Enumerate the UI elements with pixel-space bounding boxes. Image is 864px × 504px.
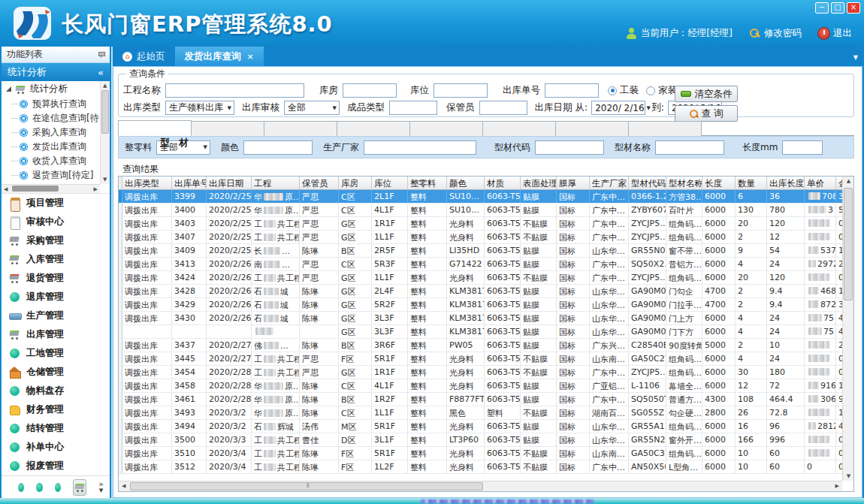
tab-home[interactable]: ⌂ 起始页 [113, 47, 175, 66]
sidebar-module[interactable]: 出库管理 [2, 325, 110, 344]
outbound-audit-select[interactable]: 全部▼ [284, 101, 340, 115]
table-row[interactable]: 调拨出库34372020/2/27佛…陈琳B区3R6F整料PW056063-T5… [119, 339, 842, 352]
material-tab[interactable]: 单体型材 [555, 121, 629, 136]
column-header[interactable]: 整零料 [408, 177, 447, 189]
sidebar-module[interactable]: 物料盘存 [2, 382, 110, 400]
scroll-down-icon[interactable]: ▼ [103, 177, 107, 183]
grid-horizontal-scrollbar[interactable]: ◀ ▶ [119, 481, 842, 491]
toolbar-dot-icon[interactable] [36, 483, 42, 492]
logout-button[interactable]: 退出 [818, 27, 852, 40]
tree-horizontal-scrollbar[interactable]: ◀ ▶ [2, 184, 100, 193]
table-row[interactable]: 调拨出库34292020/2/26石城陈琳G区5R2F整料KLM38176063… [119, 298, 842, 312]
sidebar-module[interactable]: 工地管理 [2, 344, 110, 363]
tree-item[interactable]: 收货入库查询 [2, 154, 100, 168]
column-header[interactable]: 金 [836, 177, 842, 189]
material-tab[interactable]: 隔 热 条 [628, 121, 702, 136]
material-tab[interactable]: 成 品 [409, 121, 483, 136]
tree-item[interactable]: 发货出库查询 [2, 140, 100, 154]
column-header[interactable]: 数量 [736, 177, 767, 189]
table-row[interactable]: 调拨出库34242020/2/26工共工程严思G区1L1F整料光身料6063-T… [119, 271, 842, 285]
material-tab[interactable]: 辅 材 [264, 121, 337, 136]
column-header[interactable]: 出库长度 [767, 177, 805, 189]
table-row[interactable]: 调拨出库35122020/3/4工共工程陈琳F区1L2F整料光身料6063-T5… [119, 460, 842, 474]
column-header[interactable]: 工程 [252, 177, 300, 189]
table-row[interactable]: 调拨出库35102020/3/4工共工程陈琳F区5R1F整料光身料6063-T5… [119, 447, 842, 460]
table-row[interactable]: 调拨出库34072020/2/25工共工程严思G区1L1F整料光身料6063-T… [119, 231, 842, 244]
sidebar-module[interactable]: 报废管理 [2, 457, 110, 475]
length-input[interactable] [782, 140, 823, 155]
scrollbar-thumb[interactable] [101, 90, 109, 134]
profile-code-input[interactable] [535, 140, 604, 155]
column-header[interactable]: 库位 [372, 177, 408, 189]
color-input[interactable] [243, 140, 313, 155]
project-name-input[interactable] [165, 83, 304, 98]
table-row[interactable]: 调拨出库35002020/3/3工共工程曹佳D区3L1F整料LT3P606063… [119, 433, 842, 447]
table-row[interactable]: 调拨出库34002020/2/25华原…严思C区4L1F整料SU10…6063-… [119, 204, 842, 217]
column-header[interactable]: 颜色 [447, 177, 485, 189]
toolbar-cart-button[interactable] [73, 479, 87, 496]
collapse-icon[interactable]: « [98, 67, 104, 78]
scroll-down-icon[interactable]: ▼ [843, 473, 854, 479]
column-header[interactable]: 单价 [805, 177, 836, 189]
table-row[interactable]: 调拨出库34942020/3/2石辉城汤伟M区5R1F整料光身料6063-T5贴… [119, 420, 842, 433]
scroll-left-icon[interactable]: ◀ [4, 186, 8, 192]
tab-close-icon[interactable]: × [247, 52, 254, 62]
column-header[interactable]: 出库单号 [172, 177, 207, 189]
tree-item[interactable]: 预算执行查询 [2, 97, 100, 111]
order-no-input[interactable] [545, 83, 599, 98]
table-row[interactable]: 调拨出库34282020/2/26石城陈琳G区2L4F整料KLM38176063… [119, 285, 842, 298]
scrollbar-thumb[interactable] [12, 186, 59, 192]
tree-expander-icon[interactable] [6, 86, 11, 92]
column-header[interactable]: 保管员 [300, 177, 339, 189]
table-row[interactable]: 调拨出库34302020/2/26石城陈琳G区3L3F整料KLM38176063… [119, 312, 842, 325]
date-from-select[interactable]: 2020/ 2/16▼ [591, 101, 645, 115]
scrollbar-thumb[interactable] [844, 188, 853, 300]
sidebar-module[interactable]: 采购管理 [2, 231, 110, 250]
table-row[interactable]: 调拨出库34582020/2/28华原…陈琳C区4L1F整料光身料6063-T5… [119, 379, 842, 393]
pin-icon[interactable] [98, 51, 104, 58]
factory-input[interactable] [364, 140, 476, 155]
toolbar-dot-icon[interactable] [55, 483, 61, 492]
column-header[interactable]: 库房 [339, 177, 372, 189]
column-header[interactable]: 长度 [702, 177, 736, 189]
radio-option[interactable]: 家装 [646, 84, 677, 97]
table-row[interactable]: 调拨出库33992020/2/25华原…严思C区2L1F整料SU10…6063-… [119, 190, 842, 204]
more-modules-button[interactable]: »▾ [98, 481, 104, 493]
tab-shipment-query[interactable]: 发货出库查询 × [175, 47, 264, 66]
outbound-type-select[interactable]: 生产领料出库▼ [165, 101, 234, 115]
sidebar-module[interactable]: 退货管理 [2, 269, 110, 288]
grid-vertical-scrollbar[interactable]: ▲ ▼ [842, 177, 853, 481]
table-row[interactable]: 调拨出库34932020/3/2华原…陈琳C区1L1F整料黑色塑料不贴膜国标湖南… [119, 406, 842, 420]
sidebar-module[interactable]: 补单中心 [2, 438, 110, 457]
radio-option[interactable]: 工装 [608, 84, 639, 97]
sidebar-module[interactable]: 生产管理 [2, 306, 110, 325]
sidebar-section-statistics[interactable]: 统计分析 « [2, 63, 110, 81]
table-row[interactable]: G区3L3F整料KLM38176063-T5贴膜国标山东华…GA90M09.门下… [119, 325, 842, 339]
scroll-right-icon[interactable]: ▶ [835, 481, 839, 492]
tree-root-statistics[interactable]: 统计分析 [2, 81, 100, 97]
keeper-input[interactable] [479, 101, 527, 115]
table-row[interactable]: 调拨出库34092020/2/25长…陈琳B区2R5F整料LI35HD6063-… [119, 244, 842, 258]
warehouse-input[interactable] [343, 83, 397, 98]
tree-item[interactable]: 在途信息查询[待 [2, 111, 100, 125]
sidebar-module[interactable]: 项目管理 [2, 194, 110, 213]
location-input[interactable] [434, 83, 488, 98]
scrollbar-thumb[interactable] [130, 482, 483, 490]
close-button[interactable]: × [847, 2, 860, 14]
sidebar-module[interactable]: 入库管理 [2, 250, 110, 269]
radio-icon[interactable] [608, 86, 617, 95]
scroll-right-icon[interactable]: ▶ [94, 186, 98, 192]
column-header[interactable]: 生产厂家 [590, 177, 629, 189]
table-row[interactable]: 调拨出库34452020/2/27工共工程严思F区5R1F整料光身料6063-T… [119, 352, 842, 366]
table-row[interactable]: 调拨出库34612020/2/28华原…陈琳B区1R2F整料F8877FT606… [119, 393, 842, 406]
table-row[interactable]: 调拨出库34032020/2/25工共工程严思G区1R1F整料光身料6063-T… [119, 217, 842, 231]
column-header[interactable]: 出库日期 [207, 177, 252, 189]
sidebar-module[interactable]: 退库管理 [2, 288, 110, 306]
column-header[interactable]: 表面处理 [521, 177, 557, 189]
column-header[interactable]: 膜厚 [557, 177, 590, 189]
column-header[interactable]: 型材名称 [666, 177, 702, 189]
column-header[interactable]: 材质 [485, 177, 521, 189]
clear-conditions-button[interactable]: 清空条件 [675, 86, 738, 102]
toolbar-dot-icon[interactable] [18, 483, 24, 492]
tab-list-caret-icon[interactable]: ▼ [853, 54, 858, 61]
